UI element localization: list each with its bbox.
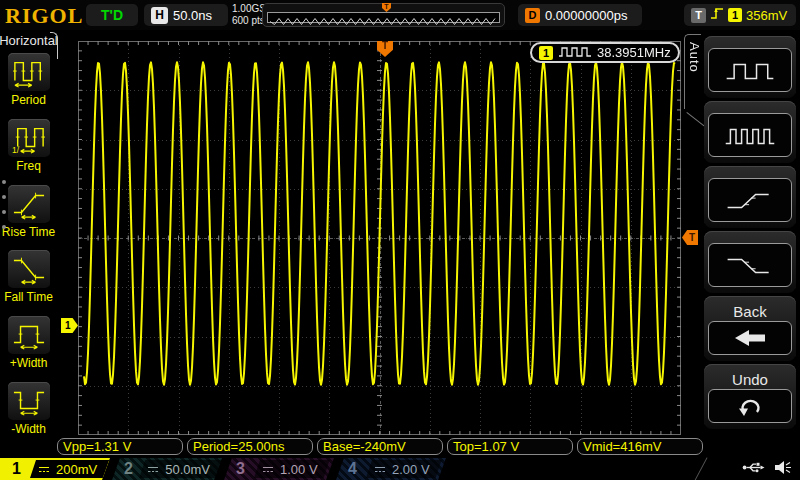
channel-scale: 200mV: [56, 462, 97, 477]
channel-1-tab[interactable]: 1 200mV: [0, 458, 110, 480]
menu-item-minus-width[interactable]: -Width: [8, 379, 50, 445]
menu-item-label: Rise Time: [2, 225, 55, 239]
horizontal-measure-menu: Horizontal Period 1/ Freq: [0, 30, 57, 445]
freq-icon[interactable]: 1/: [8, 119, 50, 157]
channel-scale: 1.00 V: [280, 462, 318, 477]
channel-2-tab[interactable]: 2 50.0mV: [112, 458, 222, 480]
svg-text:1/: 1/: [12, 145, 20, 154]
channel-number: 1: [12, 460, 26, 478]
back-button-label: Back: [733, 301, 766, 321]
rising-edge-icon: [708, 178, 792, 222]
waveform-display[interactable]: [78, 41, 681, 435]
channel-scale: 2.00 V: [392, 462, 430, 477]
measurement-vpp: Vpp=1.31 V: [57, 438, 183, 455]
preview-window: [267, 12, 500, 23]
dc-coupling-icon: [262, 462, 274, 477]
delay-readout-box[interactable]: D 0.00000000ps: [518, 4, 642, 26]
square-wave-icon: [708, 48, 792, 92]
trigger-status-text: T'D: [101, 7, 123, 23]
trigger-level-value: 356mV: [746, 8, 787, 23]
channel-bar-separator: [693, 457, 707, 480]
trigger-status-badge: T'D: [86, 4, 138, 26]
channel-1-badge: 1: [539, 46, 553, 60]
menu-item-period[interactable]: Period: [8, 50, 50, 116]
delay-key-label: D: [525, 8, 540, 23]
channel-number: 3: [236, 460, 250, 478]
menu-item-label: -Width: [11, 422, 46, 436]
undo-icon: [708, 389, 792, 423]
channel-status-bar: 1 200mV 2 50.0m: [0, 458, 800, 480]
h-key-label: H: [151, 7, 168, 24]
menu-item-label: Period: [11, 93, 46, 107]
menu-item-label: Fall Time: [4, 290, 53, 304]
menu-item-label: +Width: [10, 356, 48, 370]
minus-width-icon[interactable]: [8, 382, 50, 420]
trigger-level-marker[interactable]: T: [682, 230, 698, 245]
timebase-value: 50.0ns: [173, 8, 212, 23]
waveform-preview-strip[interactable]: T: [262, 3, 505, 27]
dc-coupling-icon: [38, 462, 50, 477]
auto-tab-label: Auto: [687, 42, 702, 73]
auto-single-pulse-button[interactable]: [704, 36, 796, 98]
channel-scale: 50.0mV: [165, 462, 210, 477]
menu-title: Horizontal: [0, 33, 58, 48]
frequency-value: 38.3951MHz: [597, 45, 671, 60]
back-button[interactable]: Back: [704, 296, 796, 361]
usb-icon: [742, 460, 766, 478]
rigol-logo: RIGOL: [5, 3, 83, 29]
trigger-slope-icon: [710, 6, 724, 24]
measurement-period: Period=25.00ns: [187, 438, 313, 455]
auto-rising-edge-button[interactable]: [704, 166, 796, 228]
top-status-bar: RIGOL T'D H 50.0ns 1.00GSa/s 600 pts T D…: [0, 0, 800, 30]
channel-4-tab[interactable]: 4 2.00 V: [336, 458, 446, 480]
auto-tab-diagonal: [686, 112, 704, 126]
oscilloscope-screen: RIGOL T'D H 50.0ns 1.00GSa/s 600 pts T D…: [0, 0, 800, 480]
plus-width-icon[interactable]: [8, 316, 50, 354]
trigger-position-icon[interactable]: T: [382, 3, 391, 12]
auto-falling-edge-button[interactable]: [704, 231, 796, 293]
menu-page-indicator: [2, 180, 6, 229]
measurement-top: Top=1.07 V: [447, 438, 573, 455]
menu-item-label: Freq: [16, 159, 41, 173]
rise-time-icon[interactable]: [8, 185, 50, 223]
auto-multi-pulse-button[interactable]: [704, 101, 796, 163]
menu-item-freq[interactable]: 1/ Freq: [8, 116, 50, 182]
pulse-train-icon: [708, 113, 792, 157]
measurement-vmid: Vmid=416mV: [577, 438, 703, 455]
sound-off-icon: [774, 460, 792, 479]
horizontal-timebase-box[interactable]: H 50.0ns: [144, 4, 228, 26]
menu-item-rise-time[interactable]: Rise Time: [2, 182, 55, 248]
pulse-train-icon: [558, 44, 592, 62]
channel-1-offset-marker[interactable]: 1: [61, 318, 78, 333]
trigger-key-label: T: [691, 8, 706, 23]
menu-item-plus-width[interactable]: +Width: [8, 313, 50, 379]
trigger-source-badge: 1: [728, 8, 742, 22]
trigger-readout-box[interactable]: T 1 356mV: [684, 4, 796, 26]
back-arrow-icon: [708, 321, 792, 355]
fall-time-icon[interactable]: [8, 250, 50, 288]
dc-coupling-icon: [147, 462, 159, 477]
auto-menu: Back Undo: [704, 36, 796, 429]
channel-number: 2: [124, 460, 135, 478]
undo-button-label: Undo: [732, 369, 768, 389]
undo-button[interactable]: Undo: [704, 364, 796, 429]
delay-value: 0.00000000ps: [545, 8, 627, 23]
channel-3-tab[interactable]: 3 1.00 V: [224, 458, 334, 480]
falling-edge-icon: [708, 243, 792, 287]
frequency-readout-popup: 1 38.3951MHz: [530, 42, 680, 63]
measurement-base: Base=-240mV: [317, 438, 443, 455]
menu-item-fall-time[interactable]: Fall Time: [4, 247, 53, 313]
period-icon[interactable]: [8, 53, 50, 91]
channel-number: 4: [348, 460, 362, 478]
dc-coupling-icon: [374, 462, 386, 477]
